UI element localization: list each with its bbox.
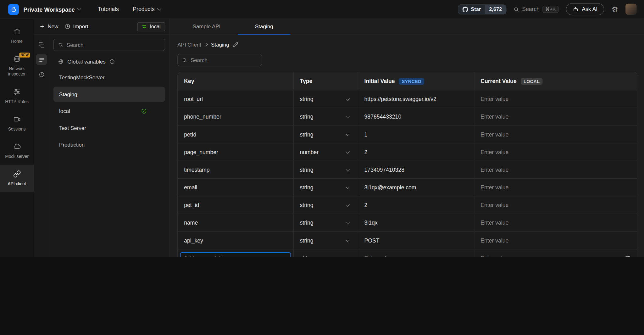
new-button-label: New <box>48 23 58 30</box>
info-icon <box>109 59 115 64</box>
current-value-input[interactable] <box>480 149 631 155</box>
sidebar-item-http-rules[interactable]: HTTP Rules <box>0 82 34 110</box>
current-value-input[interactable] <box>480 131 631 137</box>
initial-value-input[interactable] <box>364 114 468 120</box>
global-variables-item[interactable]: Global variables <box>53 54 165 69</box>
initial-value-input[interactable] <box>364 202 468 208</box>
current-value-input[interactable] <box>480 255 620 256</box>
initial-value-input[interactable] <box>364 220 468 226</box>
chevron-down-icon <box>346 202 350 206</box>
initial-value-input[interactable] <box>364 237 468 243</box>
environment-switcher-button[interactable]: local <box>137 22 165 31</box>
environment-item-staging[interactable]: Staging <box>53 87 165 102</box>
panel-search-input[interactable] <box>67 42 161 48</box>
key-input[interactable] <box>184 220 287 226</box>
initial-value-input[interactable] <box>364 149 468 155</box>
chevron-down-icon <box>346 149 350 154</box>
variables-search[interactable] <box>177 54 262 66</box>
initial-value-input[interactable] <box>364 184 468 191</box>
type-dropdown[interactable]: string <box>294 232 358 249</box>
chevron-down-icon <box>346 220 350 224</box>
key-input[interactable] <box>184 149 287 155</box>
sidebar-item-api-client[interactable]: API client <box>0 165 34 192</box>
type-dropdown[interactable]: string <box>294 249 358 257</box>
environment-item-testingmockserver[interactable]: TestingMockServer <box>53 70 165 85</box>
sidebar-item-sessions[interactable]: Sessions <box>0 110 34 137</box>
table-row: string <box>178 232 637 249</box>
current-value-input[interactable] <box>480 167 631 173</box>
github-star-widget[interactable]: Star 2,672 <box>458 5 506 14</box>
environment-item-test-server[interactable]: Test Server <box>53 120 165 136</box>
sidebar-item-mock-server[interactable]: Mock server <box>0 137 34 165</box>
new-variable-key-input[interactable] <box>184 255 287 256</box>
current-value-input[interactable] <box>480 184 631 191</box>
breadcrumb-current: Staging <box>211 41 229 47</box>
chevron-down-icon <box>346 256 350 257</box>
type-dropdown[interactable]: string <box>294 214 358 231</box>
history-tab-icon[interactable] <box>36 69 47 80</box>
ask-ai-button[interactable]: Ask AI <box>566 3 604 15</box>
initial-value-input[interactable] <box>364 96 468 102</box>
type-dropdown[interactable]: string <box>294 108 358 126</box>
import-button[interactable]: Import <box>65 23 88 30</box>
table-row: string <box>178 196 637 214</box>
nav-products[interactable]: Products <box>133 6 160 13</box>
nav-tutorials-label: Tutorials <box>98 6 119 13</box>
type-dropdown[interactable]: string <box>294 90 358 108</box>
nav-tutorials[interactable]: Tutorials <box>98 6 119 13</box>
current-value-input[interactable] <box>480 220 631 226</box>
cloud-icon <box>13 142 21 150</box>
topbar: Private Workspace Tutorials Products Sta… <box>0 0 644 19</box>
current-value-input[interactable] <box>480 237 631 243</box>
settings-gear-icon[interactable]: ⚙ <box>612 6 618 13</box>
variables-search-input[interactable] <box>191 57 258 63</box>
key-input[interactable] <box>184 202 287 208</box>
tab-bar: Sample API Staging <box>169 19 644 35</box>
type-value: string <box>300 220 313 226</box>
type-value: string <box>300 255 313 256</box>
key-input[interactable] <box>184 167 287 173</box>
new-button[interactable]: New <box>39 23 58 30</box>
primary-sidebar: Home NEW Network inspector HTTP Rules Se… <box>0 19 34 256</box>
sidebar-item-label: Home <box>11 39 23 44</box>
sidebar-item-home[interactable]: Home <box>0 22 34 50</box>
environments-tab-icon[interactable] <box>36 54 47 65</box>
sidebar-item-label: Mock server <box>5 154 29 159</box>
current-value-input[interactable] <box>480 114 631 120</box>
type-dropdown[interactable]: string <box>294 196 358 214</box>
current-value-input[interactable] <box>480 202 631 208</box>
workspace-selector[interactable]: Private Workspace <box>23 6 80 13</box>
type-dropdown[interactable]: string <box>294 126 358 143</box>
type-dropdown[interactable]: string <box>294 161 358 178</box>
delete-row-icon[interactable] <box>625 255 631 256</box>
key-input[interactable] <box>184 131 287 137</box>
type-dropdown[interactable]: string <box>294 179 358 196</box>
global-search[interactable]: Search ⌘+K <box>514 6 558 13</box>
initial-value-input[interactable] <box>364 167 468 173</box>
panel-search[interactable] <box>53 39 165 51</box>
environment-item-production[interactable]: Production <box>53 137 165 152</box>
user-avatar[interactable] <box>625 4 636 15</box>
key-input[interactable] <box>184 237 287 243</box>
initial-value-input[interactable] <box>364 131 468 137</box>
tab-sample-api[interactable]: Sample API <box>175 19 238 34</box>
ask-ai-label: Ask AI <box>582 6 597 13</box>
initial-value-input[interactable] <box>364 255 468 256</box>
breadcrumb-parent[interactable]: API Client <box>177 41 201 47</box>
environments-list: Global variables TestingMockServer Stagi… <box>49 35 169 257</box>
current-value-input[interactable] <box>480 96 631 102</box>
key-input[interactable] <box>184 184 287 191</box>
sidebar-item-network-inspector[interactable]: NEW Network inspector <box>0 50 34 83</box>
key-input[interactable] <box>184 96 287 102</box>
app-logo[interactable] <box>8 4 19 14</box>
key-input[interactable] <box>184 114 287 120</box>
edit-pencil-icon[interactable] <box>233 42 238 47</box>
chevron-down-icon <box>346 114 350 118</box>
tab-staging[interactable]: Staging <box>238 19 290 34</box>
environment-item-local[interactable]: local <box>53 103 165 119</box>
globe-icon <box>58 59 64 64</box>
type-dropdown[interactable]: number <box>294 143 358 161</box>
table-row: string <box>178 90 637 108</box>
collections-tab-icon[interactable] <box>36 39 47 50</box>
panel-header: New Import local <box>34 19 169 35</box>
